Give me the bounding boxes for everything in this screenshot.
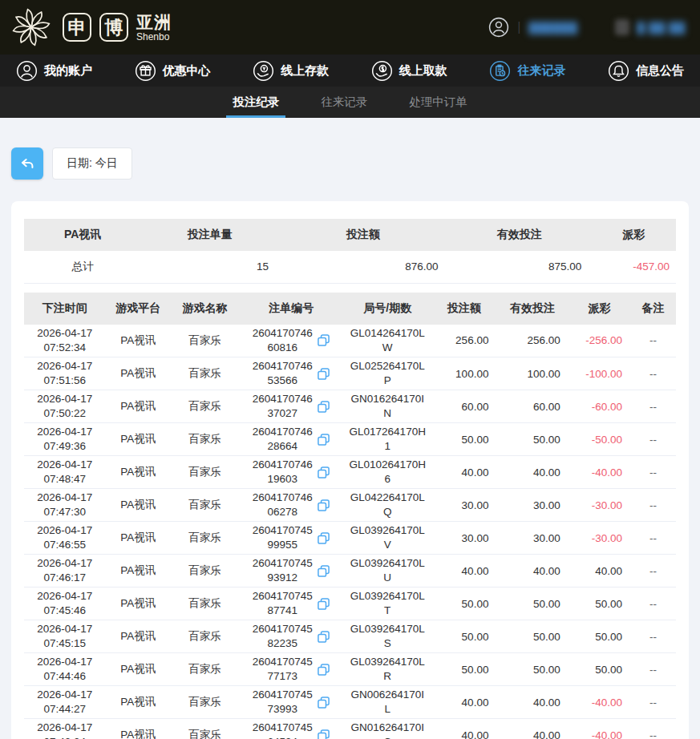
balance-blurred: █ ██ ██ bbox=[637, 22, 686, 34]
copy-icon[interactable] bbox=[317, 696, 330, 709]
cell-order-number: 260417074599955 bbox=[239, 522, 343, 555]
table-row: 2026-04-1707:44:46 PA视讯 百家乐 260417074577… bbox=[24, 653, 676, 686]
table-row: 2026-04-1707:46:55 PA视讯 百家乐 260417074599… bbox=[24, 522, 676, 555]
cell-platform: PA视讯 bbox=[106, 423, 171, 456]
cell-bet-amount: 256.00 bbox=[431, 325, 496, 357]
nav-item-label: 我的账户 bbox=[44, 63, 92, 79]
cell-payout: 50.00 bbox=[568, 588, 630, 620]
copy-icon[interactable] bbox=[317, 564, 330, 578]
copy-icon[interactable] bbox=[317, 400, 330, 414]
cell-order-number: 260417074593912 bbox=[239, 555, 343, 588]
cell-note: -- bbox=[630, 390, 676, 423]
username-blurred: ██████ bbox=[528, 22, 577, 34]
user-separator: | bbox=[517, 20, 520, 34]
copy-icon[interactable] bbox=[317, 729, 330, 739]
copy-icon[interactable] bbox=[317, 466, 330, 479]
date-filter-button[interactable]: 日期: 今日 bbox=[52, 147, 132, 180]
records-icon bbox=[489, 60, 511, 82]
nav-item-deposit[interactable]: 线上存款 bbox=[253, 60, 329, 82]
cell-bet-time: 2026-04-1707:44:27 bbox=[24, 686, 106, 719]
col-order-number: 注单编号 bbox=[239, 293, 343, 325]
cell-bet-amount: 30.00 bbox=[431, 522, 496, 555]
table-row: 2026-04-1707:47:30 PA视讯 百家乐 260417074606… bbox=[24, 489, 676, 522]
nav-item-withdraw[interactable]: 线上取款 bbox=[371, 60, 447, 82]
cell-bet-amount: 60.00 bbox=[431, 390, 496, 423]
summary-total-valid: 875.00 bbox=[447, 251, 591, 283]
tab-transaction-records[interactable]: 往来记录 bbox=[314, 87, 374, 118]
bet-records-table: 下注时间 游戏平台 游戏名称 注单编号 局号/期数 投注额 有效投注 派彩 备注… bbox=[24, 293, 676, 739]
nav-item-transaction-records[interactable]: 往来记录 bbox=[489, 60, 565, 82]
tab-bet-records[interactable]: 投注纪录 bbox=[226, 87, 285, 118]
cell-game-name: 百家乐 bbox=[171, 325, 239, 357]
cell-order-number: 260417074637027 bbox=[239, 390, 343, 423]
copy-icon[interactable] bbox=[317, 433, 330, 446]
cell-game-name: 百家乐 bbox=[171, 423, 239, 456]
user-icon bbox=[16, 60, 38, 82]
cell-valid-bet: 50.00 bbox=[496, 620, 568, 653]
cell-payout: -256.00 bbox=[568, 325, 630, 357]
cell-round-number: GL039264170LT bbox=[343, 588, 431, 620]
summary-total-label: 总计 bbox=[24, 251, 141, 283]
table-row: 2026-04-1707:45:46 PA视讯 百家乐 260417074587… bbox=[24, 588, 676, 620]
copy-icon[interactable] bbox=[317, 499, 330, 512]
cell-platform: PA视讯 bbox=[106, 620, 171, 653]
cell-order-number: 260417074582235 bbox=[239, 620, 343, 653]
records-card: PA视讯 投注单量 投注额 有效投注 派彩 总计 15 876.00 875.0… bbox=[11, 201, 689, 739]
copy-icon[interactable] bbox=[317, 630, 330, 644]
table-row: 2026-04-1707:49:36 PA视讯 百家乐 260417074628… bbox=[24, 423, 676, 456]
cell-bet-time: 2026-04-1707:45:15 bbox=[24, 620, 106, 653]
cell-order-number: 260417074564594 bbox=[239, 719, 343, 739]
main-nav: 我的账户 优惠中心 线上存款 线上取款 往来记录 bbox=[0, 55, 700, 87]
logo[interactable]: 申 博 亚洲 Shenbo bbox=[8, 4, 172, 50]
cell-round-number: GN006264170IL bbox=[343, 686, 431, 719]
withdraw-icon bbox=[371, 60, 393, 82]
cell-bet-time: 2026-04-1707:47:30 bbox=[24, 489, 106, 522]
cell-round-number: GN016264170IN bbox=[343, 390, 431, 423]
col-bet-amount: 投注额 bbox=[431, 293, 496, 325]
cell-valid-bet: 40.00 bbox=[496, 555, 568, 588]
cell-note: -- bbox=[630, 555, 676, 588]
cell-round-number: GL042264170LQ bbox=[343, 489, 431, 522]
user-area: | ██████ █ ██ ██ bbox=[488, 17, 686, 38]
tab-pending-orders[interactable]: 处理中订单 bbox=[403, 87, 474, 118]
summary-total-bet: 876.00 bbox=[278, 251, 447, 283]
nav-item-my-account[interactable]: 我的账户 bbox=[16, 60, 92, 82]
copy-icon[interactable] bbox=[317, 531, 330, 545]
cell-payout: -30.00 bbox=[568, 522, 630, 555]
user-avatar-icon bbox=[488, 17, 509, 38]
table-row: 2026-04-1707:43:34 PA视讯 百家乐 260417074564… bbox=[24, 719, 676, 739]
cell-payout: -40.00 bbox=[568, 686, 630, 719]
cell-bet-time: 2026-04-1707:51:56 bbox=[24, 357, 106, 390]
copy-icon[interactable] bbox=[317, 597, 330, 611]
cell-bet-time: 2026-04-1707:45:46 bbox=[24, 588, 106, 620]
col-payout: 派彩 bbox=[568, 293, 630, 325]
table-row: 2026-04-1707:45:15 PA视讯 百家乐 260417074582… bbox=[24, 620, 676, 653]
cell-order-number: 260417074619603 bbox=[239, 456, 343, 489]
cell-valid-bet: 50.00 bbox=[496, 423, 568, 456]
cell-bet-amount: 40.00 bbox=[431, 555, 496, 588]
nav-item-promotions[interactable]: 优惠中心 bbox=[135, 60, 211, 82]
cell-game-name: 百家乐 bbox=[171, 357, 239, 390]
cell-bet-amount: 40.00 bbox=[431, 686, 496, 719]
records-body: 2026-04-1707:52:34 PA视讯 百家乐 260417074660… bbox=[24, 325, 676, 739]
cell-round-number: GL010264170H6 bbox=[343, 456, 431, 489]
copy-icon[interactable] bbox=[317, 663, 330, 676]
cell-valid-bet: 30.00 bbox=[496, 489, 568, 522]
nav-item-label: 线上存款 bbox=[281, 63, 329, 79]
summary-header-row: PA视讯 投注单量 投注额 有效投注 派彩 bbox=[24, 219, 676, 251]
nav-item-announcements[interactable]: 信息公告 bbox=[608, 60, 684, 82]
summary-header-bet-amount: 投注额 bbox=[278, 219, 447, 251]
cell-order-number: 260417074606278 bbox=[239, 489, 343, 522]
copy-icon[interactable] bbox=[317, 367, 330, 381]
back-button[interactable] bbox=[11, 147, 43, 180]
cell-game-name: 百家乐 bbox=[171, 588, 239, 620]
cell-bet-time: 2026-04-1707:52:34 bbox=[24, 325, 106, 357]
cell-game-name: 百家乐 bbox=[171, 456, 239, 489]
copy-icon[interactable] bbox=[317, 333, 330, 347]
cell-note: -- bbox=[630, 357, 676, 390]
cell-bet-amount: 40.00 bbox=[431, 719, 496, 739]
cell-payout: 50.00 bbox=[568, 653, 630, 686]
cell-platform: PA视讯 bbox=[106, 653, 171, 686]
cell-order-number: 260417074653566 bbox=[239, 357, 343, 390]
summary-total-payout: -457.00 bbox=[591, 251, 676, 283]
